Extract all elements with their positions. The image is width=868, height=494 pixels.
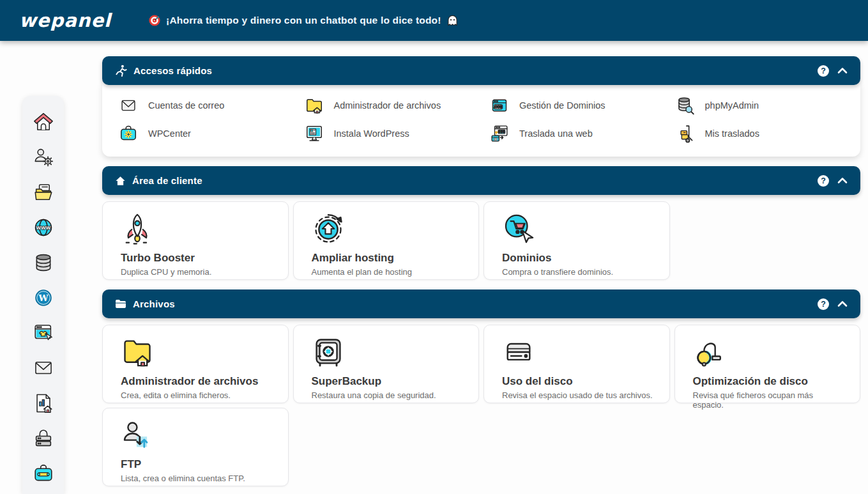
help-button[interactable]: ? [818,175,829,187]
card-description: Duplica CPU y memoria. [121,267,273,277]
card-description: Aumenta el plan de hosting [312,267,464,277]
mail-icon [32,357,55,379]
quick-item-label: Gestión de Dominios [519,100,605,111]
quick-item-phpmyadmin[interactable]: phpMyAdmin [675,95,861,116]
user-gear-icon [32,146,55,168]
client-area-header-bar: Área de cliente ? [102,166,860,195]
sidebar-item-site-stats[interactable] [32,392,55,414]
sidebar-item-wordpress[interactable]: W [32,287,55,309]
wpcenter-icon [118,123,139,144]
card-title: Uso del disco [502,375,654,388]
section-quick-access: Accesos rápidos ? Cuentas de correo [102,56,860,157]
quick-item-migrate-web[interactable]: 000 00 Traslada una web [489,123,675,144]
quick-item-domain-management[interactable]: .COM Gestión de Dominios [489,95,675,116]
svg-text:00: 00 [494,138,498,141]
card-title: Optimización de disco [693,375,845,388]
sidebar-item-account-settings[interactable] [32,146,55,168]
card-description: Lista, crea o elimina cuentas FTP. [121,474,273,483]
collapse-chevron-icon[interactable] [837,177,848,184]
section-title: Área de cliente [132,175,202,186]
folder-icon [115,299,126,309]
ghost-icon [446,14,459,27]
card-title: Dominios [502,252,654,265]
top-header: wepanel ¡Ahorra tiempo y dinero con un c… [0,0,868,41]
empty-grid-cell [293,408,480,486]
announcement-banner[interactable]: ¡Ahorra tiempo y dinero con un chatbot q… [148,14,459,27]
sidebar-item-databases[interactable] [32,252,55,274]
quick-item-install-wordpress[interactable]: Instala WordPress [304,123,490,144]
quick-item-label: Cuentas de correo [148,100,224,111]
card-description: Crea, edita o elimina ficheros. [121,390,273,400]
quick-item-label: Traslada una web [519,128,593,139]
database-icon [32,252,55,274]
wordpress-icon: W [32,287,55,309]
svg-text:W: W [38,293,49,303]
sidebar-item-home[interactable] [32,111,55,133]
home-icon [32,111,55,133]
sidebar-item-websites[interactable]: WWW [32,217,55,238]
sidebar-item-files[interactable] [32,181,55,203]
card-description: Compra o transfiere dominios. [502,267,654,277]
card-turbo-booster[interactable]: Turbo Booster Duplica CPU y memoria. [102,201,289,280]
upgrade-icon [312,212,464,248]
migrate-web-icon: 000 00 [489,123,510,144]
card-description: Revisa qué ficheros ocupan más espacio. [693,390,845,410]
ftp-user-icon [121,419,273,454]
card-title: SuperBackup [312,375,464,388]
house-icon [115,176,126,186]
card-title: Ampliar hosting [312,252,464,265]
card-disk-optimization[interactable]: Optimización de disco Revisa qué fichero… [674,325,861,403]
quick-item-mail-accounts[interactable]: Cuentas de correo [118,95,304,116]
svg-text:000: 000 [498,130,505,134]
rocket-icon [121,212,273,248]
card-upgrade-hosting[interactable]: Ampliar hosting Aumenta el plan de hosti… [293,201,480,280]
card-domains[interactable]: Dominios Compra o transfiere dominios. [483,201,670,280]
main-content: Accesos rápidos ? Cuentas de correo [102,56,860,494]
server-lock-icon [32,428,55,449]
www-globe-icon: WWW [32,217,55,238]
card-file-manager[interactable]: Administrador de archivos Crea, edita o … [102,325,289,403]
collapse-chevron-icon[interactable] [837,300,848,307]
client-area-cards: Turbo Booster Duplica CPU y memoria. Amp… [102,201,860,280]
empty-grid-cell [483,408,670,486]
folder-open-icon [32,181,55,203]
collapse-chevron-icon[interactable] [837,67,848,74]
quick-item-my-migrations[interactable]: Mis traslados [675,123,861,144]
sidebar: WWW W [22,96,64,494]
files-cards: Administrador de archivos Crea, edita o … [102,325,860,486]
wepanel-logo[interactable]: wepanel [19,10,111,31]
sidebar-item-app-installer[interactable] [32,322,55,344]
card-description: Restaura una copia de seguridad. [312,390,464,400]
empty-grid-cell [674,201,861,280]
sidebar-item-security[interactable] [32,428,55,449]
quick-item-label: WPCenter [148,128,191,139]
card-description: Revisa el espacio usado de tus archivos. [502,390,654,400]
quick-item-label: Mis traslados [705,128,759,139]
section-title: Accesos rápidos [133,65,212,76]
card-ftp[interactable]: FTP Lista, crea o elimina cuentas FTP. [102,408,289,486]
quick-item-label: Administrador de archivos [334,100,441,111]
sidebar-item-mail[interactable] [32,357,55,379]
quick-item-wpcenter[interactable]: WPCenter [118,123,304,144]
sidebar-item-tools[interactable] [32,463,55,484]
card-disk-usage[interactable]: Uso del disco Revisa el espacio usado de… [483,325,670,403]
file-manager-icon [121,336,273,371]
mail-icon [118,95,139,116]
help-button[interactable]: ? [818,298,829,310]
section-files: Archivos ? Admini [102,289,860,486]
safe-icon [312,336,464,371]
file-manager-icon [304,95,324,116]
hand-truck-icon [675,123,696,144]
quick-item-file-manager[interactable]: Administrador de archivos [304,95,490,116]
domain-cart-icon [502,212,654,248]
files-header-bar: Archivos ? [102,289,860,318]
svg-text:.COM: .COM [494,105,503,109]
phpmyadmin-icon [675,95,696,116]
quick-item-label: Instala WordPress [334,128,409,139]
help-button[interactable]: ? [818,65,829,77]
stats-document-icon [32,392,55,414]
toolbox-icon [32,463,55,484]
card-superbackup[interactable]: SuperBackup Restaura una copia de seguri… [293,325,480,403]
section-title: Archivos [133,298,175,309]
section-client-area: Área de cliente ? [102,166,860,280]
